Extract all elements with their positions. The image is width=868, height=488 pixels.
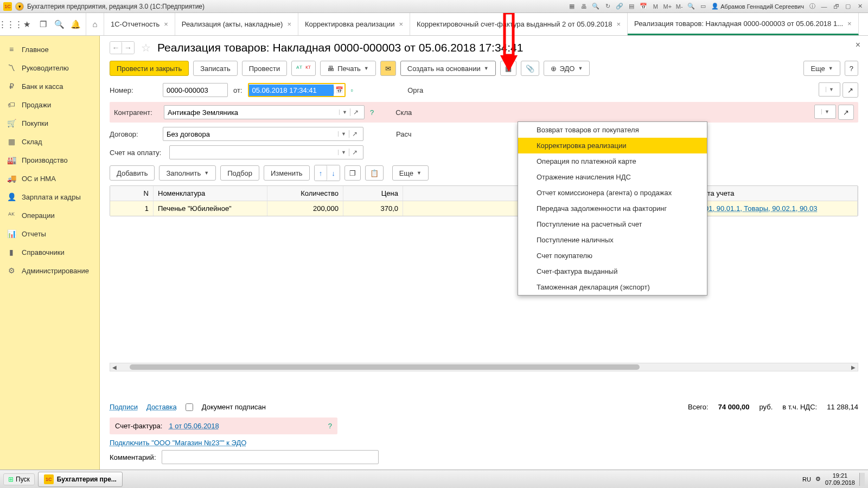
menu-item-factoring[interactable]: Передача задолженности на факторинг (518, 201, 707, 216)
edo-button[interactable]: ⊕ ЭДО ▼ (544, 61, 590, 76)
help-icon[interactable]: ? (328, 422, 332, 430)
col-price[interactable]: Цена (343, 186, 403, 201)
nav-assets[interactable]: 🚚ОС и НМА (0, 169, 99, 188)
accounts-link[interactable]: 41.01, 90.01.1, Товары, 90.02.1, 90.03 (695, 204, 817, 213)
nav-operations[interactable]: ᴬᴷОперации (0, 206, 99, 224)
home-tab[interactable]: ⌂ (86, 13, 104, 35)
star-icon[interactable]: ★ (22, 20, 31, 29)
close-icon[interactable]: ✕ (855, 2, 865, 11)
scroll-right-icon[interactable]: ▶ (849, 364, 858, 370)
m-minus-icon[interactable]: M- (674, 2, 684, 11)
menu-item-card-op[interactable]: Операция по платежной карте (518, 153, 707, 169)
close-icon[interactable]: × (616, 20, 621, 28)
scroll-left-icon[interactable]: ◀ (110, 364, 119, 370)
user-label[interactable]: 👤 Абрамов Геннадий Сергеевич (711, 3, 804, 10)
forward-button[interactable]: → (122, 42, 134, 54)
menu-item-customs[interactable]: Таможенная декларация (экспорт) (518, 279, 707, 295)
menu-item-agent-report[interactable]: Отчет комиссионера (агента) о продажах (518, 185, 707, 201)
close-icon[interactable]: × (847, 20, 852, 28)
lang-indicator[interactable]: RU (802, 476, 811, 483)
bell-icon[interactable]: 🔔 (71, 20, 80, 29)
post-button[interactable]: Провести (242, 61, 288, 76)
refresh-icon[interactable]: ↻ (603, 2, 612, 11)
right-field-1[interactable]: ▼ (819, 82, 840, 97)
nav-bank[interactable]: ₽Банк и касса (0, 77, 99, 95)
add-button[interactable]: Добавить (110, 165, 155, 181)
restore-icon[interactable]: 🗗 (831, 2, 841, 11)
nav-production[interactable]: 🏭Производство (0, 151, 99, 169)
taskbar-app[interactable]: 1C Бухгалтерия пре... (38, 472, 123, 487)
calc-icon[interactable]: ▤ (627, 2, 636, 11)
select-button[interactable]: Подбор (220, 165, 259, 181)
doc-status-icon[interactable]: ▫ (351, 86, 354, 94)
contract-input[interactable]: Без договора▼↗ (163, 127, 363, 141)
col-nom[interactable]: Номенклатура (154, 186, 267, 201)
mail-button[interactable]: ✉ (380, 61, 396, 76)
show-desktop[interactable] (859, 473, 865, 486)
help-icon[interactable]: ? (370, 108, 374, 117)
right-field-2[interactable]: ▼ (814, 105, 836, 119)
close-icon[interactable]: × (287, 20, 291, 28)
nav-main[interactable]: ≡Главное (0, 40, 99, 59)
tab-correction[interactable]: Корректировка реализации× (298, 13, 410, 35)
app-menu-icon[interactable]: ▾ (15, 2, 24, 11)
tab-corr-invoice[interactable]: Корректировочный счет-фактура выданный 2… (410, 13, 628, 35)
menu-item-bank-in[interactable]: Поступление на расчетный счет (518, 216, 707, 232)
delivery-link[interactable]: Доставка (146, 403, 177, 411)
structure-button[interactable]: ▦ (500, 61, 516, 76)
window-icon[interactable]: ▭ (698, 2, 708, 11)
search-icon[interactable]: 🔍 (54, 20, 64, 29)
sf-link[interactable]: 1 от 05.06.2018 (169, 422, 219, 430)
link-icon[interactable]: 🔗 (615, 2, 624, 11)
menu-item-cash-in[interactable]: Поступление наличных (518, 232, 707, 248)
create-based-button[interactable]: Создать на основании ▼ (400, 61, 496, 76)
nav-purchases[interactable]: 🛒Покупки (0, 114, 99, 132)
copy-button[interactable]: ❐ (344, 165, 361, 181)
m-plus-icon[interactable]: M+ (662, 2, 672, 11)
post-and-close-button[interactable]: Провести и закрыть (110, 61, 189, 76)
print-icon[interactable]: 🖶 (579, 2, 589, 11)
calendar-icon[interactable]: 📅 (334, 86, 344, 94)
close-icon[interactable]: × (164, 20, 168, 28)
tool-icon[interactable]: ▦ (567, 2, 577, 11)
change-button[interactable]: Изменить (264, 165, 310, 181)
calendar-icon[interactable]: 📅 (639, 2, 648, 11)
open-button[interactable]: ↗ (843, 82, 858, 98)
col-qty[interactable]: Количество (267, 186, 343, 201)
menu-item-sf[interactable]: Счет-фактура выданный (518, 264, 707, 279)
more-button[interactable]: Еще ▼ (803, 61, 840, 76)
info-icon[interactable]: ⓘ (807, 2, 817, 11)
fill-button[interactable]: Заполнить ▼ (159, 165, 216, 181)
nav-manager[interactable]: 〽Руководителю (0, 59, 99, 77)
page-close-icon[interactable]: × (856, 40, 860, 50)
close-icon[interactable]: × (399, 20, 403, 28)
signatures-link[interactable]: Подписи (110, 403, 138, 411)
m-icon[interactable]: M (650, 2, 660, 11)
apps-icon[interactable]: ⋮⋮⋮ (5, 20, 15, 29)
table-row[interactable]: 1 Печенье "Юбилейное" 200,000 370,0 8,14… (110, 201, 858, 216)
grid-more-button[interactable]: Еще ▼ (392, 165, 429, 181)
print-button[interactable]: 🖶 Печать ▼ (320, 61, 376, 76)
scroll-thumb[interactable] (130, 364, 640, 370)
start-button[interactable]: ⊞ Пуск (3, 473, 35, 485)
help-button[interactable]: ? (845, 61, 858, 76)
edo-connect-link[interactable]: Подключить "ООО "Магазин №23"" к ЭДО (110, 439, 246, 447)
comment-input[interactable] (162, 450, 379, 464)
tab-reporting[interactable]: 1С-Отчетность× (104, 13, 175, 35)
zoom-icon[interactable]: 🔍 (686, 2, 696, 11)
maximize-icon[interactable]: ▢ (843, 2, 853, 11)
nav-salary[interactable]: 👤Зарплата и кадры (0, 188, 99, 206)
menu-item-invoice[interactable]: Счет покупателю (518, 248, 707, 264)
favorite-icon[interactable]: ☆ (141, 41, 151, 54)
nav-sales[interactable]: 🏷Продажи (0, 95, 99, 114)
open-button[interactable]: ↗ (838, 105, 854, 120)
minimize-icon[interactable]: — (819, 2, 829, 11)
attach-button[interactable]: 📎 (521, 61, 539, 76)
search-icon[interactable]: 🔍 (591, 2, 601, 11)
bill-input[interactable]: ▼↗ (169, 145, 363, 159)
copy-icon[interactable]: ❐ (38, 20, 48, 29)
paste-button[interactable]: 📋 (365, 165, 384, 181)
save-button[interactable]: Записать (193, 61, 238, 76)
clock[interactable]: 19:21 07.09.2018 (825, 472, 855, 485)
col-n[interactable]: N (110, 186, 154, 201)
